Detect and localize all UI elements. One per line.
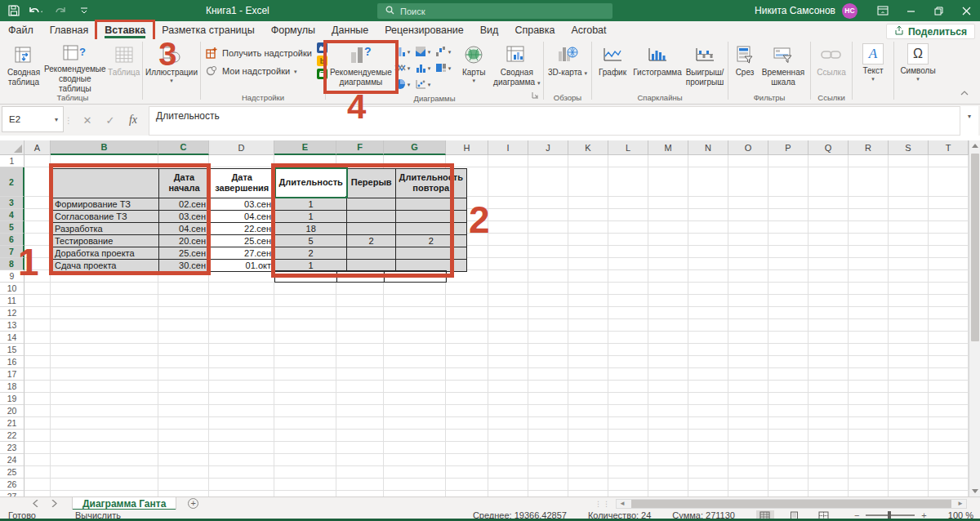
sheet-tab-active[interactable]: Диаграмма Ганта [72,497,176,510]
column-header-B[interactable]: B [51,140,158,155]
worksheet-grid[interactable]: ABCDEFGHIJKLMNOPQRST 1234567891011121314… [0,140,969,497]
scrollbar-splitter[interactable]: ⋮⋮ [595,500,611,508]
horizontal-scrollbar[interactable]: ◄ ► [616,499,967,509]
column-header-S[interactable]: S [889,140,929,155]
tab-формулы[interactable]: Формулы [263,21,323,39]
column-header-H[interactable]: H [446,140,488,155]
formula-input[interactable]: Длительность [149,106,960,136]
row-header-15[interactable]: 15 [0,344,24,356]
sheet-prev-icon[interactable] [33,498,38,510]
tab-вставка[interactable]: Вставка3 [96,21,154,39]
row-header-17[interactable]: 17 [0,368,24,381]
table-cell[interactable]: 27.сен [210,247,275,259]
expand-formula-bar-icon[interactable]: ▾ [960,106,978,136]
hierarchy-chart-button[interactable]: ▾ [435,60,456,76]
pivot-table-button[interactable]: Сводная таблица [5,39,42,91]
ribbon-display-options-icon[interactable] [869,0,897,21]
tab-acrobat[interactable]: Acrobat [563,21,614,39]
column-header-G[interactable]: G [384,140,446,155]
row-header-26[interactable]: 26 [0,479,24,491]
avatar[interactable]: НС [842,3,858,19]
row-header-3[interactable]: 3 [0,197,24,209]
dialog-launcher-icon[interactable] [532,87,539,102]
sparkline-line-button[interactable]: График [594,39,631,91]
column-header-I[interactable]: I [488,140,528,155]
customize-qat-icon[interactable] [80,7,88,15]
search-box[interactable]: Поиск [377,3,612,19]
row-header-21[interactable]: 21 [0,417,24,430]
user-name[interactable]: Никита Самсонов [755,5,835,16]
insert-function-icon[interactable]: fx [122,109,144,131]
table-cell[interactable]: 22.сен [210,222,275,234]
column-header-N[interactable]: N [688,140,728,155]
name-box[interactable]: E2 ▾ [2,106,64,132]
column-header-D[interactable]: D [209,140,274,155]
column-header-J[interactable]: J [528,140,568,155]
column-header-E[interactable]: E [274,140,336,155]
minimize-button[interactable] [897,0,924,21]
share-button[interactable]: Поделиться [886,24,975,39]
tab-вид[interactable]: Вид [472,21,507,39]
undo-button[interactable] [28,5,46,16]
tab-рецензирование[interactable]: Рецензирование [376,21,472,39]
column-header-P[interactable]: P [768,140,808,155]
3d-map-button[interactable]: 3D-карта ▾ [546,39,590,91]
waterfall-chart-button[interactable]: ▾ [435,43,456,60]
row-header-18[interactable]: 18 [0,381,24,393]
column-header-L[interactable]: L [608,140,648,155]
save-icon[interactable] [8,5,20,16]
column-header-A[interactable]: A [24,140,51,155]
restore-button[interactable] [924,0,952,21]
sparkline-winloss-button[interactable]: Выигрыш/проигрыш [684,39,726,91]
symbols-button[interactable]: Ω Символы ▾ [896,39,940,91]
table-header-cell[interactable]: Дата завершения [210,168,275,198]
add-sheet-icon[interactable]: + [188,498,198,509]
row-header-4[interactable]: 4 [0,209,24,221]
row-header-16[interactable]: 16 [0,356,24,368]
scroll-down-icon[interactable] [969,486,980,497]
scroll-left-icon[interactable]: ◄ [617,500,628,507]
column-header-R[interactable]: R [849,140,889,155]
timeline-button[interactable]: Временная шкала [760,39,807,91]
maps-button[interactable]: Карты ▾ [456,39,492,91]
tab-главная[interactable]: Главная [42,21,97,39]
row-header-25[interactable]: 25 [0,466,24,479]
table-cell[interactable]: 01.окт [210,259,275,271]
my-addins-button[interactable]: Мои надстройки ▾ [203,62,312,80]
text-button[interactable]: A Текст ▾ [854,39,892,91]
tab-справка[interactable]: Справка [506,21,563,39]
get-addins-button[interactable]: Получить надстройки [203,44,312,62]
sparkline-column-button[interactable]: Гистограмма [631,39,684,91]
collapse-ribbon-icon[interactable] [960,84,969,99]
row-header-10[interactable]: 10 [0,283,24,295]
name-box-dropdown-icon[interactable]: ▾ [55,116,63,123]
tab-файл[interactable]: Файл [0,21,42,39]
area-chart-button[interactable]: ▾ [415,43,435,60]
scroll-right-icon[interactable]: ► [955,500,966,507]
row-header-11[interactable]: 11 [0,295,24,307]
row-header-27[interactable]: 27 [0,491,24,497]
column-header-C[interactable]: C [158,140,209,155]
row-header-20[interactable]: 20 [0,405,24,417]
column-header-O[interactable]: O [728,140,768,155]
table-cell[interactable]: 25.сен [210,234,275,247]
slicer-button[interactable]: Срез [730,39,760,91]
select-all-button[interactable] [0,140,24,155]
table-cell[interactable]: 04.сен [210,210,275,222]
histogram-chart-button[interactable]: ▾ [415,60,435,76]
column-header-Q[interactable]: Q [808,140,849,155]
sheet-next-icon[interactable] [51,498,57,510]
row-header-1[interactable]: 1 [0,155,24,167]
tab-данные[interactable]: Данные [323,21,376,39]
recommended-charts-button[interactable]: ? Рекомендуемые диаграммы 4 [327,39,394,91]
row-header-24[interactable]: 24 [0,454,24,466]
vertical-scrollbar[interactable] [969,140,980,497]
column-header-F[interactable]: F [336,140,384,155]
close-button[interactable] [952,0,980,21]
row-header-19[interactable]: 19 [0,393,24,405]
row-header-14[interactable]: 14 [0,332,24,344]
recommended-pivots-button[interactable]: ? Рекомендуемые сводные таблицы [42,39,107,91]
column-header-T[interactable]: T [929,140,969,155]
row-header-22[interactable]: 22 [0,430,24,442]
column-header-M[interactable]: M [648,140,688,155]
